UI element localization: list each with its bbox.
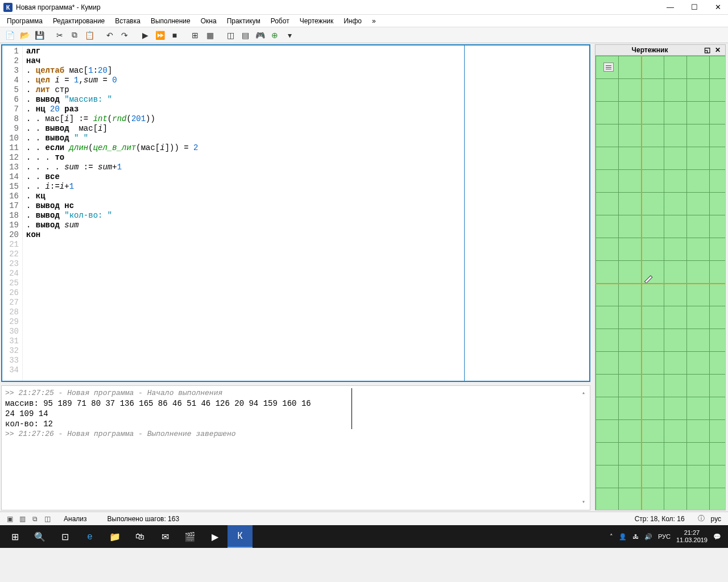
sb-info-icon[interactable]: ⓘ bbox=[695, 514, 708, 524]
main-area: 1234567891011121314151617181920212223242… bbox=[0, 43, 728, 512]
sb-tool3-icon[interactable]: ◫ bbox=[41, 514, 53, 524]
save-file-icon[interactable]: 💾 bbox=[33, 29, 46, 41]
window-title: Новая программа* - Кумир bbox=[16, 3, 663, 11]
sb-lang[interactable]: рус bbox=[708, 515, 725, 523]
edge-icon[interactable]: e bbox=[77, 525, 102, 548]
paste-icon[interactable]: 📋 bbox=[83, 29, 96, 41]
run-icon[interactable]: ▶ bbox=[139, 29, 151, 41]
menu-insert[interactable]: Вставка bbox=[110, 16, 145, 26]
minimize-button[interactable]: — bbox=[663, 2, 677, 13]
system-tray[interactable]: ˄ 👤 🖧 🔊 РУС 21:2711.03.2019 💬 bbox=[605, 529, 726, 544]
layout2-icon[interactable]: ▤ bbox=[239, 29, 251, 41]
output-end: >> 21:27:26 - Новая программа - Выполнен… bbox=[5, 429, 586, 439]
tray-chevron-icon[interactable]: ˄ bbox=[610, 533, 613, 541]
search-icon[interactable]: 🔍 bbox=[27, 525, 52, 548]
app-icon: К bbox=[3, 3, 13, 12]
menu-info[interactable]: Инфо bbox=[339, 16, 366, 26]
step-icon[interactable]: ⏩ bbox=[154, 29, 166, 41]
code-editor[interactable]: 1234567891011121314151617181920212223242… bbox=[1, 44, 590, 382]
tray-network-icon[interactable]: 🖧 bbox=[632, 533, 639, 540]
gamepad-icon[interactable]: 🎮 bbox=[254, 29, 266, 41]
sb-analysis: Анализ bbox=[53, 515, 97, 523]
panel-close-icon[interactable]: ✕ bbox=[713, 46, 723, 54]
menu-drawer[interactable]: Чертежник bbox=[295, 16, 338, 26]
window-titlebar: К Новая программа* - Кумир — ☐ ✕ bbox=[0, 0, 728, 15]
canvas-menu-icon[interactable] bbox=[603, 63, 614, 72]
sb-position: Стр: 18, Кол: 16 bbox=[624, 515, 695, 523]
drawer-panel-header: Чертежник ◱ ✕ bbox=[595, 44, 726, 56]
start-button[interactable]: ⊞ bbox=[2, 525, 27, 548]
menu-run[interactable]: Выполнение bbox=[146, 16, 195, 26]
drawer-panel-title: Чертежник bbox=[598, 46, 702, 54]
tool1-icon[interactable]: ⊞ bbox=[189, 29, 201, 41]
cut-icon[interactable]: ✂ bbox=[53, 29, 66, 41]
taskview-icon[interactable]: ⊡ bbox=[52, 525, 77, 548]
output-scrollbar[interactable]: ▴▾ bbox=[582, 388, 589, 508]
taskbar: ⊞ 🔍 ⊡ e 📁 🛍 ✉ 🎬 ▶ К ˄ 👤 🖧 🔊 РУС 21:2711.… bbox=[0, 525, 728, 548]
explorer-icon[interactable]: 📁 bbox=[102, 525, 127, 548]
stop-icon[interactable]: ■ bbox=[168, 29, 181, 41]
undo-icon[interactable]: ↶ bbox=[104, 29, 116, 41]
drawer-canvas[interactable] bbox=[595, 56, 726, 510]
kumir-task-icon[interactable]: К bbox=[228, 525, 253, 548]
panel-dock-icon[interactable]: ◱ bbox=[702, 46, 713, 54]
output-line3: кол-во: 12 bbox=[5, 419, 586, 429]
menu-robot[interactable]: Робот bbox=[266, 16, 294, 26]
tray-volume-icon[interactable]: 🔊 bbox=[644, 533, 652, 541]
tray-clock[interactable]: 21:2711.03.2019 bbox=[676, 529, 708, 544]
output-line2: 24 109 14 bbox=[5, 409, 586, 419]
copy-icon[interactable]: ⧉ bbox=[68, 29, 81, 41]
add-icon[interactable]: ⊕ bbox=[268, 29, 281, 41]
code-content[interactable]: алгнач. целтаб мас[1:20]. цел i = 1,sum … bbox=[23, 45, 464, 381]
layout1-icon[interactable]: ◫ bbox=[224, 29, 237, 41]
menu-practice[interactable]: Практикум bbox=[222, 16, 265, 26]
menu-windows[interactable]: Окна bbox=[196, 16, 221, 26]
editor-side-pane bbox=[464, 45, 589, 381]
output-line1: массив: 95 189 71 80 37 136 165 86 46 51… bbox=[5, 398, 586, 409]
new-file-icon[interactable]: 📄 bbox=[3, 29, 16, 41]
output-console[interactable]: >> 21:27:25 - Новая программа - Начало в… bbox=[1, 385, 590, 510]
tray-lang[interactable]: РУС bbox=[658, 533, 671, 540]
close-button[interactable]: ✕ bbox=[712, 2, 725, 13]
output-start: >> 21:27:25 - Новая программа - Начало в… bbox=[5, 388, 586, 398]
menu-edit[interactable]: Редактирование bbox=[48, 16, 109, 26]
store-icon[interactable]: 🛍 bbox=[127, 525, 152, 548]
toolbar: 📄 📂 💾 ✂ ⧉ 📋 ↶ ↷ ▶ ⏩ ■ ⊞ ▦ ◫ ▤ 🎮 ⊕ ▾ bbox=[0, 27, 728, 43]
output-cursor bbox=[351, 388, 352, 429]
menubar: Программа Редактирование Вставка Выполне… bbox=[0, 15, 728, 27]
chevron-down-icon[interactable]: ▾ bbox=[283, 29, 296, 41]
maximize-button[interactable]: ☐ bbox=[688, 2, 701, 13]
sb-console-icon[interactable]: ▣ bbox=[3, 514, 16, 524]
pen-icon bbox=[643, 275, 657, 289]
sb-steps: Выполнено шагов: 163 bbox=[97, 515, 190, 523]
statusbar: ▣ ▥ ⧉ ◫ Анализ Выполнено шагов: 163 Стр:… bbox=[0, 512, 728, 525]
open-file-icon[interactable]: 📂 bbox=[18, 29, 31, 41]
mail-icon[interactable]: ✉ bbox=[152, 525, 177, 548]
menu-more[interactable]: » bbox=[367, 16, 380, 26]
tray-people-icon[interactable]: 👤 bbox=[619, 533, 627, 541]
line-gutter: 1234567891011121314151617181920212223242… bbox=[2, 45, 23, 381]
sb-tool1-icon[interactable]: ▥ bbox=[16, 514, 28, 524]
tray-notifications-icon[interactable]: 💬 bbox=[713, 533, 721, 541]
sb-tool2-icon[interactable]: ⧉ bbox=[28, 514, 41, 524]
movies-icon[interactable]: 🎬 bbox=[177, 525, 202, 548]
media-icon[interactable]: ▶ bbox=[202, 525, 228, 548]
redo-icon[interactable]: ↷ bbox=[118, 29, 131, 41]
tool2-icon[interactable]: ▦ bbox=[204, 29, 216, 41]
menu-program[interactable]: Программа bbox=[2, 16, 47, 26]
